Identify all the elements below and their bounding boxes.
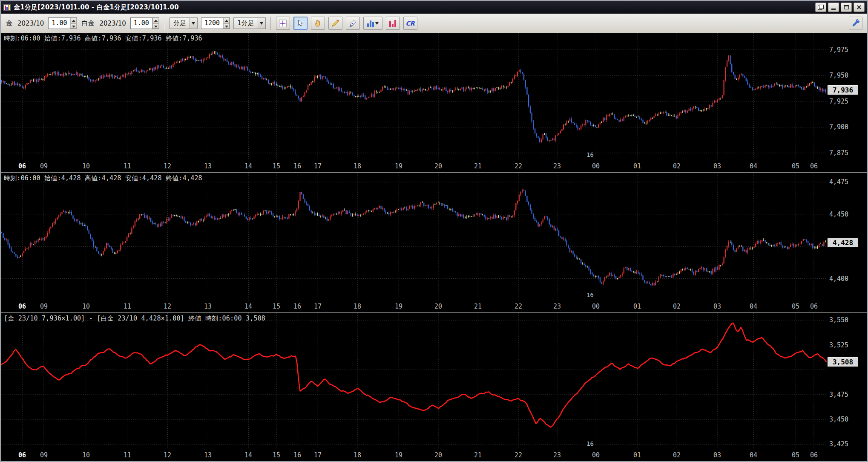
x-axis-label: 01 [633, 303, 641, 310]
x-axis-label: 18 [354, 451, 361, 459]
window-title: 金1分足[2023/10]1.00 - 白金1分足[2023/10]1.00 [14, 3, 179, 12]
gold-multiplier-down-button[interactable] [70, 23, 77, 29]
x-axis-label: 01 [633, 162, 641, 170]
x-axis-label: 13 [204, 162, 212, 170]
x-axis-label: 11 [124, 162, 131, 170]
title-bar[interactable]: 金1分足[2023/10]1.00 - 白金1分足[2023/10]1.00 × [1, 1, 867, 14]
candlestick-logo-icon [3, 4, 11, 11]
bar-count-value[interactable]: 1200 [201, 18, 223, 29]
x-axis-label: 00 [592, 162, 600, 170]
x-axis-label: 21 [474, 451, 482, 459]
x-axis-label: 09 [40, 451, 48, 459]
spread-chart-panel: [金 23/10 7,936×1.00] - [白金 23/10 4,428×1… [1, 313, 867, 461]
spread-line-chart[interactable] [1, 313, 867, 449]
gold-multiplier-spinner[interactable]: 1.00 [48, 17, 77, 29]
minimize-icon [831, 9, 836, 10]
maximize-button[interactable] [841, 3, 852, 12]
platinum-x-axis: 0609101112131415161718192021222300010203… [1, 300, 826, 312]
hand-icon [313, 19, 322, 28]
x-axis-label: 02 [673, 162, 681, 170]
close-icon: × [856, 4, 862, 11]
settings-wrench-button[interactable] [849, 17, 863, 30]
chart-reset-button[interactable]: CR [403, 17, 417, 30]
bar-count-down-button[interactable] [223, 23, 230, 29]
close-button[interactable]: × [854, 3, 865, 12]
pen-nib-icon [348, 19, 357, 28]
minimize-button[interactable] [828, 3, 839, 12]
chart-type-dropdown-button[interactable] [363, 17, 382, 30]
chevron-down-icon[interactable] [190, 18, 197, 29]
hand-tool-button[interactable] [311, 17, 325, 30]
toolbar-separator [270, 17, 271, 30]
y-axis-label: 7,925 [829, 98, 848, 105]
bar-count-up-button[interactable] [223, 18, 230, 23]
date-marker: 16 [586, 292, 594, 298]
x-axis-label: 16 [293, 303, 301, 310]
x-axis-label: 16 [293, 451, 301, 459]
x-axis-label: 20 [434, 162, 442, 170]
y-axis-label: 7,875 [829, 149, 848, 157]
popout-button[interactable] [815, 3, 826, 12]
x-axis-label: 03 [713, 162, 721, 170]
platinum-chart-panel: 時刻:06:00 始値:4,428 高値:4,428 安値:4,428 終値:4… [1, 173, 867, 312]
x-axis-label: 04 [750, 162, 757, 170]
x-axis-label: 12 [164, 451, 171, 459]
platinum-month-label: 2023/10 [98, 20, 126, 27]
x-axis-label: 12 [164, 303, 171, 310]
platinum-label: 白金 [80, 19, 95, 27]
pen-tool-button[interactable] [346, 17, 360, 30]
select-tool-button[interactable] [293, 17, 308, 30]
cr-reset-icon: CR [406, 20, 415, 27]
wrench-icon [851, 19, 861, 28]
bar-chart-icon [367, 20, 374, 27]
x-axis-label: 00 [592, 303, 600, 310]
y-axis-label: 4,450 [829, 211, 848, 218]
x-axis-label: 17 [314, 451, 322, 459]
gold-x-axis: 0609101112131415161718192021222300010203… [1, 160, 826, 172]
x-axis-label: 10 [82, 451, 90, 459]
bar-type-dropdown[interactable]: 分足 [170, 17, 198, 29]
platinum-multiplier-spinner[interactable]: 1.00 [130, 17, 159, 29]
y-axis-label: 4,475 [829, 178, 848, 186]
x-axis-label: 05 [792, 162, 799, 170]
crosshair-icon [278, 19, 287, 28]
gold-ohlc-readout: 時刻:06:00 始値:7,936 高値:7,936 安値:7,936 終値:7… [4, 35, 202, 43]
y-axis-label: 7,950 [829, 72, 848, 79]
pencil-tool-button[interactable] [328, 17, 342, 30]
x-axis-label: 03 [713, 451, 721, 459]
date-marker: 16 [586, 440, 594, 447]
timeframe-value: 1分足 [237, 19, 254, 27]
x-axis-label: 20 [434, 451, 442, 459]
window-controls: × [815, 3, 865, 12]
toolbar-separator [164, 17, 165, 30]
gold-multiplier-up-button[interactable] [70, 18, 77, 23]
platinum-price-badge: 4,428 [828, 238, 858, 247]
bar-count-spinner[interactable]: 1200 [201, 17, 230, 29]
x-axis-label: 14 [244, 451, 252, 459]
volume-chart-button[interactable] [386, 17, 400, 30]
x-axis-label: 02 [673, 451, 681, 459]
x-axis-label: 19 [395, 162, 402, 170]
gold-label: 金 [5, 19, 13, 27]
y-axis-label: 3,475 [829, 391, 848, 398]
platinum-candlestick-chart[interactable] [1, 173, 867, 300]
platinum-multiplier-down-button[interactable] [152, 23, 159, 29]
x-axis-label: 09 [40, 162, 48, 170]
crosshair-tool-button[interactable] [276, 17, 290, 30]
gold-multiplier-value[interactable]: 1.00 [49, 18, 70, 29]
timeframe-dropdown[interactable]: 1分足 [233, 17, 266, 29]
chevron-down-icon[interactable] [258, 18, 265, 29]
gold-chart-panel: 時刻:06:00 始値:7,936 高値:7,936 安値:7,936 終値:7… [1, 33, 867, 172]
x-axis-label: 21 [474, 162, 482, 170]
spread-x-axis: 0609101112131415161718192021222300010203… [1, 449, 826, 461]
gold-candlestick-chart[interactable] [1, 33, 867, 160]
x-axis-label: 15 [273, 451, 280, 459]
x-axis-label: 23 [553, 451, 561, 459]
x-axis-label: 19 [395, 303, 402, 310]
x-axis-label: 06 [810, 162, 818, 170]
x-axis-label: 14 [244, 303, 252, 310]
x-axis-label: 04 [750, 303, 757, 310]
x-axis-label: 09 [40, 303, 48, 310]
platinum-multiplier-up-button[interactable] [152, 18, 159, 23]
platinum-multiplier-value[interactable]: 1.00 [131, 18, 152, 29]
